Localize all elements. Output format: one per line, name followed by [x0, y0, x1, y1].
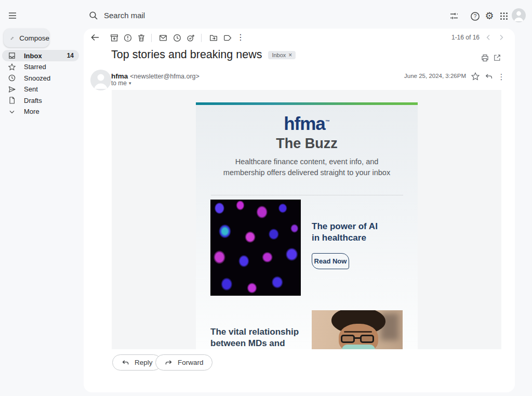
chip-label: Inbox [272, 52, 286, 58]
settings-button[interactable]: ⚙ [482, 8, 497, 23]
glasses-right-lens-shape [360, 335, 374, 343]
newsletter-subtitle: Healthcare finance content, event info, … [221, 156, 393, 179]
article-1-image[interactable] [210, 200, 301, 296]
newsletter-body: hfma™ The Buzz Healthcare finance conten… [196, 102, 418, 349]
document-icon [8, 96, 16, 104]
snooze-button[interactable] [170, 31, 184, 45]
archive-icon [110, 33, 119, 43]
sender-name: hfma [111, 72, 128, 80]
reply-arrow-icon [484, 72, 494, 81]
sidebar-item-label: Inbox [24, 52, 59, 60]
move-to-folder-icon [209, 33, 218, 43]
kebab-icon: ⋮ [498, 73, 506, 81]
toolbar-divider [151, 34, 152, 42]
move-to-button[interactable] [206, 31, 221, 45]
report-spam-button[interactable] [121, 31, 135, 45]
sidebar-item-starred[interactable]: Starred [2, 61, 79, 73]
reply-label: Reply [135, 359, 153, 366]
toolbar-more-button[interactable]: ⋮ [233, 30, 248, 45]
older-button[interactable] [494, 30, 509, 45]
mark-unread-button[interactable] [156, 31, 170, 45]
recipient-label: to me [111, 80, 127, 87]
inbox-count: 14 [67, 52, 79, 59]
sidebar-item-drafts[interactable]: Drafts [2, 95, 79, 106]
glasses-left-lens-shape [341, 335, 355, 343]
sidebar-item-label: Starred [24, 63, 79, 71]
sidebar-item-label: More [24, 108, 79, 115]
back-button[interactable] [88, 30, 102, 45]
star-icon [471, 72, 480, 81]
sidebar-item-more[interactable]: More [2, 106, 79, 117]
message-more-button[interactable]: ⋮ [494, 69, 509, 84]
help-icon: ? [470, 11, 481, 22]
gmail-app: Search mail ? ⚙ [0, 0, 532, 396]
email-subject: Top stories and breaking news [111, 48, 262, 61]
newsletter-gradient-bar [196, 102, 418, 105]
chevron-left-icon [484, 33, 493, 42]
sidebar-item-inbox[interactable]: Inbox 14 [2, 50, 79, 61]
hamburger-menu-button[interactable] [5, 8, 20, 23]
printer-icon [481, 54, 489, 62]
sidebar-item-label: Snoozed [24, 74, 79, 82]
sidebar-item-snoozed[interactable]: Snoozed [2, 72, 79, 84]
search-options-button[interactable] [447, 9, 461, 23]
svg-text:?: ? [473, 14, 476, 19]
google-apps-button[interactable] [497, 9, 511, 23]
person-icon [90, 70, 111, 90]
apps-grid-icon [499, 11, 509, 21]
portrait-brow-shape [344, 331, 372, 333]
chevron-right-icon [497, 33, 506, 42]
newsletter-divider [211, 195, 403, 195]
recipient-row[interactable]: to me ▾ [111, 80, 131, 87]
envelope-icon [158, 33, 168, 43]
reply-arrow-icon [121, 358, 130, 367]
forward-arrow-icon [164, 358, 173, 367]
kebab-icon: ⋮ [236, 33, 245, 42]
article-1-title: The power of AI in healthcare [312, 221, 384, 244]
send-icon [8, 85, 16, 94]
open-in-new-icon [493, 54, 501, 62]
newer-button[interactable] [481, 30, 496, 45]
email-date: June 25, 2024, 3:26PM [390, 73, 466, 79]
label-tag-icon [223, 33, 232, 43]
pagination-label: 1-16 of 16 [442, 34, 480, 41]
read-now-button[interactable]: Read Now [312, 253, 349, 269]
trash-icon [137, 33, 146, 43]
recipient-caret-icon[interactable]: ▾ [129, 81, 131, 86]
search-icon[interactable] [88, 10, 99, 21]
newsletter-title: The Buzz [196, 136, 418, 152]
search-input[interactable]: Search mail [104, 11, 145, 20]
add-task-icon [186, 33, 195, 43]
clock-icon [8, 74, 16, 82]
face-mask-shape [342, 345, 375, 349]
chip-remove-icon[interactable]: × [288, 52, 292, 58]
labels-button[interactable] [220, 31, 235, 45]
sidebar-item-sent[interactable]: Sent [2, 84, 79, 95]
toolbar-divider [201, 34, 202, 42]
pencil-icon [10, 34, 14, 43]
delete-button[interactable] [134, 31, 149, 45]
sidebar-item-label: Sent [24, 85, 79, 93]
open-in-new-button[interactable] [490, 50, 504, 65]
article-2-image[interactable] [312, 310, 403, 349]
sender-avatar[interactable] [90, 70, 111, 90]
compose-button[interactable]: Compose [4, 29, 49, 47]
forward-button[interactable]: Forward [155, 354, 212, 371]
report-spam-icon [123, 33, 132, 43]
star-message-button[interactable] [468, 69, 483, 84]
hamburger-icon [7, 10, 18, 21]
forward-label: Forward [178, 359, 204, 366]
inbox-label-chip[interactable]: Inbox × [268, 51, 296, 59]
star-icon [8, 63, 16, 71]
add-to-tasks-button[interactable] [183, 31, 198, 45]
gear-icon: ⚙ [485, 11, 494, 21]
archive-button[interactable] [107, 31, 122, 45]
person-icon [512, 8, 526, 22]
article-2-title: The vital relationship between MDs and c… [210, 326, 304, 349]
reply-button[interactable]: Reply [112, 354, 162, 371]
mail-view-card: ⋮ 1-16 of 16 Top stories and breaking ne… [84, 29, 515, 392]
help-button[interactable]: ? [468, 9, 482, 23]
hfma-logo-text: hfma [284, 113, 325, 134]
account-avatar[interactable] [512, 8, 526, 22]
snooze-clock-icon [172, 33, 182, 43]
